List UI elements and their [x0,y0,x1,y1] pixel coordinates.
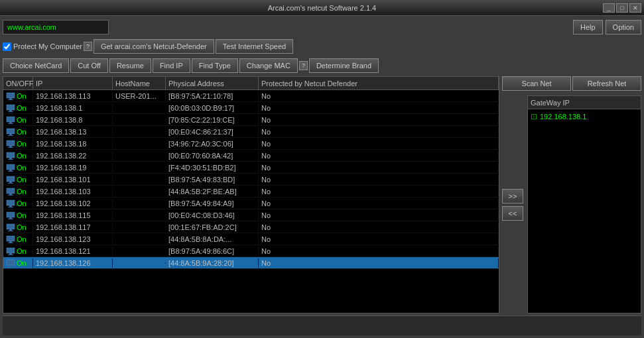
change-mac-button[interactable]: Change MAC [239,58,298,73]
table-row[interactable]: On 192.168.138.115 [00:E0:4C:08:D3:46] N… [3,209,499,221]
table-row[interactable]: On 192.168.138.102 [B8:97:5A:49:84:A9] N… [3,197,499,209]
protect-label: Protect My Computer [13,42,82,50]
cell-protected: No [259,258,499,268]
cell-mac: [44:8A:5B:9A:28:20] [166,258,259,268]
cell-hostname [113,251,166,252]
svg-rect-34 [9,229,12,231]
protect-help-badge[interactable]: ? [84,42,92,51]
col-header-protected: Protected by Netcut Defender [259,77,499,89]
bottom-bar [3,315,641,335]
table-row[interactable]: On 192.168.138.8 [70:85:C2:22:19:CE] No [3,114,499,126]
resume-button[interactable]: Resume [109,58,151,73]
minimize-button[interactable]: _ [603,3,615,13]
cell-onoff: On [3,223,33,232]
scan-net-button[interactable]: Scan Net [502,76,571,91]
svg-rect-4 [9,110,12,111]
cell-hostname [113,227,166,228]
cell-ip: 192.168.138.19 [33,163,113,172]
arrow-left-button[interactable]: << [502,206,523,221]
cell-onoff: On [3,91,33,101]
table-row[interactable]: On 192.168.138.121 [B8:97:5A:49:86:6C] N… [3,245,499,257]
svg-rect-32 [8,219,13,219]
option-button[interactable]: Option [606,20,641,34]
table-row[interactable]: On 192.168.138.18 [34:96:72:A0:3C:06] No [3,138,499,150]
gateway-body: ⊡ 192.168.138.1 [528,109,641,313]
svg-rect-36 [7,236,15,241]
svg-rect-30 [7,212,15,217]
pc-icon [6,104,15,112]
svg-rect-3 [7,105,15,110]
svg-rect-27 [7,200,15,205]
svg-rect-31 [9,217,12,219]
cell-ip: 192.168.138.115 [33,211,113,220]
close-button[interactable]: ✕ [629,3,641,13]
cell-onoff: On [3,187,33,196]
device-table: ON/OFF IP HostName Physical Address Prot… [3,76,499,313]
table-row[interactable]: On 192.168.138.103 [44:8A:5B:2F:BE:AB] N… [3,186,499,197]
cell-ip: 192.168.138.101 [33,175,113,184]
table-row[interactable]: On 192.168.138.19 [F4:4D:30:51:BD:B2] No [3,162,499,174]
cell-onoff: On [3,175,33,184]
svg-rect-24 [7,188,15,194]
svg-rect-40 [9,253,12,254]
col-header-ip: IP [33,77,113,89]
cell-onoff: On [3,127,33,137]
svg-rect-42 [7,260,15,265]
cell-mac: [F4:4D:30:51:BD:B2] [166,163,259,172]
mac-help-badge[interactable]: ? [299,61,308,70]
table-body: On 192.168.138.113 USER-201... [B8:97:5A… [3,90,499,313]
cell-hostname [113,155,166,156]
router-icon: ⊡ [531,112,537,121]
table-row[interactable]: On 192.168.138.22 [00:E0:70:60:8A:42] No [3,150,499,162]
svg-rect-39 [7,248,15,253]
get-defender-button[interactable]: Get arcai.com's Netcut-Defender [94,39,214,54]
table-row[interactable]: On 192.168.138.101 [B8:97:5A:49:83:BD] N… [3,174,499,186]
table-row[interactable]: On 192.168.138.113 USER-201... [B8:97:5A… [3,90,499,102]
svg-rect-7 [9,122,12,123]
window-controls[interactable]: _ □ ✕ [603,3,641,13]
table-row[interactable]: On 192.168.138.117 [00:1E:67:FB:AD:2C] N… [3,221,499,233]
cell-mac: [B8:97:5A:21:10:78] [166,91,259,101]
cell-hostname [113,239,166,240]
right-panel: Scan Net Refresh Net >> << GateWay IP ⊡ … [502,76,641,313]
choice-netcard-button[interactable]: Choice NetCard [3,58,69,73]
col-header-hostname: HostName [113,77,166,89]
svg-rect-13 [9,146,12,147]
svg-rect-29 [8,207,13,207]
cell-hostname [113,167,166,168]
find-type-button[interactable]: Find Type [192,58,238,73]
svg-rect-18 [7,164,15,170]
svg-rect-17 [8,159,13,160]
cell-mac: [00:1E:67:FB:AD:2C] [166,223,259,232]
svg-rect-6 [7,117,15,122]
protect-checkbox-label[interactable]: Protect My Computer [3,42,82,51]
gateway-ip: 192.168.138.1 [540,113,586,121]
svg-rect-25 [9,194,12,195]
help-button[interactable]: Help [573,20,603,34]
cell-ip: 192.168.138.1 [33,103,113,113]
maximize-button[interactable]: □ [616,3,628,13]
table-row[interactable]: On 192.168.138.1 [60:0B:03:0D:B9:17] No [3,102,499,114]
cell-ip: 192.168.138.13 [33,127,113,137]
table-row[interactable]: On 192.168.138.123 [44:8A:5B:8A:DA:... N… [3,233,499,245]
pc-icon [6,259,15,267]
svg-rect-21 [7,176,15,182]
cell-ip: 192.168.138.22 [33,151,113,160]
col-header-mac: Physical Address [166,77,259,89]
pc-icon [6,140,15,148]
cut-off-button[interactable]: Cut Off [70,58,108,73]
table-row[interactable]: On 192.168.138.13 [00:E0:4C:86:21:37] No [3,126,499,138]
url-input[interactable] [3,20,109,34]
cell-protected: No [259,199,499,208]
arrow-right-button[interactable]: >> [502,189,523,203]
determine-brand-button[interactable]: Determine Brand [309,58,379,73]
protect-checkbox[interactable] [3,42,11,51]
cell-protected: No [259,187,499,196]
cell-ip: 192.168.138.102 [33,199,113,208]
app-title: Arcai.com's netcut Software 2.1.4 [268,4,377,12]
find-ip-button[interactable]: Find IP [153,58,190,73]
test-speed-button[interactable]: Test Internet Speed [216,39,293,54]
table-row[interactable]: On 192.168.138.126 [44:8A:5B:9A:28:20] N… [3,257,499,269]
refresh-net-button[interactable]: Refresh Net [572,76,641,91]
svg-rect-22 [9,182,12,183]
